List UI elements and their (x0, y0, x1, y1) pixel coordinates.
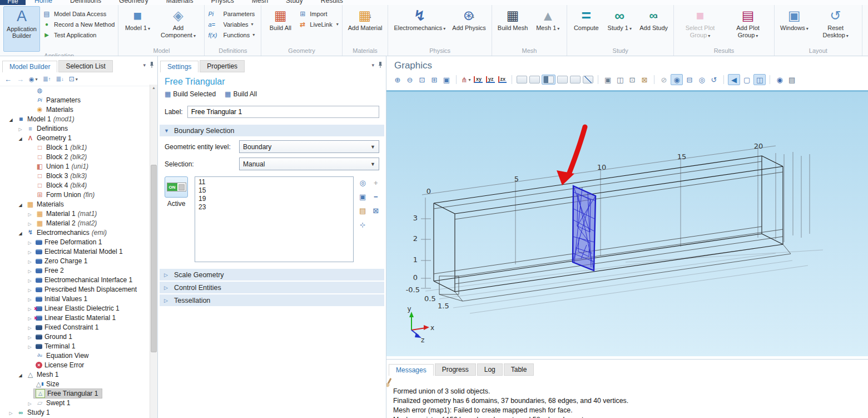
tree-item[interactable]: Fixed Constraint 1 (0, 322, 150, 332)
zoom-to-selection-icon[interactable] (360, 220, 365, 229)
tree-item[interactable]: Electromechanics (emi) (0, 228, 150, 237)
transparency-icon[interactable] (658, 75, 669, 85)
show-hidden-icon[interactable] (696, 75, 707, 85)
clear-selection-icon[interactable] (373, 206, 379, 215)
render-none-icon[interactable] (583, 76, 593, 83)
remove-selection-icon[interactable]: − (374, 193, 378, 201)
back-arrow-icon[interactable]: ← (4, 75, 12, 83)
tree-item[interactable]: Electromechanical Interface 1 (0, 275, 150, 284)
section-boundary-selection[interactable]: ▼ Boundary Selection (160, 125, 384, 136)
tree-expander-icon[interactable] (16, 125, 24, 132)
collapse-all-icon[interactable] (43, 75, 51, 83)
tree-expander-icon[interactable] (26, 399, 34, 407)
tree-expander-icon[interactable] (26, 333, 34, 341)
tree-item[interactable]: Linear Elastic Material 1 (0, 313, 150, 322)
ribbon-button[interactable]: Test Application (42, 29, 115, 40)
tree-expander-icon[interactable] (26, 248, 34, 255)
panel-menu-caret-icon[interactable] (371, 61, 374, 68)
tree-expander-icon[interactable] (16, 229, 24, 237)
tree-item[interactable]: Geometry 1 (0, 133, 150, 142)
pin-icon[interactable] (150, 62, 154, 68)
selection-entry[interactable]: 19 (199, 195, 350, 203)
select-frame-icon[interactable] (627, 75, 638, 85)
render-faces-icon[interactable] (570, 76, 581, 83)
snapshot-icon[interactable] (614, 75, 626, 85)
label-input[interactable] (187, 106, 379, 118)
build-mesh-button[interactable]: Build Mesh (495, 6, 530, 32)
tree-item[interactable]: Swept 1 (0, 398, 150, 407)
tree-item[interactable]: Material 2 (mat2) (0, 218, 150, 228)
section-tessellation[interactable]: ▷ Tessellation (160, 294, 384, 306)
tab-progress[interactable]: Progress (435, 363, 476, 376)
selection-listbox[interactable]: 11151923 (195, 176, 354, 262)
tree-item[interactable]: Material 1 (mat1) (0, 209, 150, 218)
clear-frame-icon[interactable] (639, 75, 650, 85)
scroll-up-icon[interactable]: ▲ (150, 85, 157, 91)
tree-item[interactable]: Materials (0, 105, 150, 114)
model-1-button[interactable]: Model 1 (122, 6, 153, 32)
zoom-box-icon[interactable] (416, 75, 428, 85)
tree-item[interactable]: Free Triangular 1 (0, 389, 150, 398)
tree-expander-icon[interactable] (26, 219, 34, 227)
tree-scrollbar[interactable]: ▲ (150, 85, 157, 418)
selection-select[interactable]: Manual ▼ (239, 158, 379, 170)
default-view-icon[interactable] (728, 74, 740, 85)
tree-item[interactable]: Block 2 (blk2) (0, 152, 150, 161)
create-selection-icon[interactable] (359, 179, 365, 187)
zoom-in-icon[interactable] (392, 75, 403, 85)
tab-file[interactable]: File (0, 0, 26, 5)
tree-item[interactable]: Block 4 (blk4) (0, 180, 150, 190)
ribbon-button[interactable]: Record a New Method (42, 19, 115, 29)
ribbon-tab[interactable]: Mesh (243, 0, 277, 1)
tree-expander-icon[interactable] (7, 409, 15, 416)
render-ghost-icon[interactable] (517, 76, 527, 83)
tree-item[interactable]: Initial Values 1 (0, 294, 150, 303)
tree-expander-icon[interactable] (16, 371, 24, 378)
geometric-entity-level-select[interactable]: Boundary ▼ (239, 140, 379, 153)
tree-item[interactable]: Equation View (0, 351, 150, 360)
tab-messages[interactable]: Messages (389, 364, 434, 376)
forward-arrow-icon[interactable]: → (17, 75, 24, 83)
tree-item[interactable] (0, 86, 150, 95)
tree-expander-icon[interactable] (26, 267, 34, 274)
add-plot-group-button[interactable]: Add Plot Group (725, 6, 771, 40)
add-component-button[interactable]: Add Component (155, 6, 201, 40)
ribbon-tab[interactable]: Definitions (61, 0, 110, 1)
tree-item[interactable]: Linear Elastic Dielectric 1 (0, 303, 150, 313)
windows-button[interactable]: Windows (778, 6, 811, 32)
tree-expander-icon[interactable] (26, 304, 34, 312)
tab-log[interactable]: Log (477, 363, 503, 376)
tree-item[interactable]: Electrical Material Model 1 (0, 247, 150, 256)
zoom-out-icon[interactable] (404, 75, 415, 85)
render-surface-icon[interactable] (543, 76, 554, 83)
tree-expander-icon[interactable] (26, 342, 34, 350)
copy-image-icon[interactable] (602, 75, 613, 85)
tab-table[interactable]: Table (504, 363, 534, 376)
paste-selection-icon[interactable] (359, 206, 366, 215)
tree-item[interactable]: Mesh 1 (0, 370, 150, 379)
copy-selection-icon[interactable] (359, 193, 366, 201)
ribbon-button[interactable]: f(x) Functions ▾ (208, 29, 257, 40)
view-unhidden-icon[interactable] (671, 74, 683, 85)
section-scale-geometry[interactable]: ▷ Scale Geometry (160, 269, 384, 281)
tree-item[interactable]: Ground 1 (0, 332, 150, 341)
tree-item[interactable]: Free Deformation 1 (0, 237, 150, 247)
render-edges-icon[interactable] (557, 76, 568, 83)
tree-item[interactable]: Form Union (fin) (0, 190, 150, 199)
tree-item[interactable]: Union 1 (uni1) (0, 161, 150, 171)
mesh-1-button[interactable]: Mesh 1 (532, 6, 563, 32)
build-all-button-settings[interactable]: Build All (225, 90, 257, 98)
print-icon[interactable] (786, 75, 797, 85)
tree-expander-icon[interactable] (26, 323, 34, 331)
zoom-selected-icon[interactable] (441, 75, 452, 85)
tree-item[interactable]: Terminal 1 (0, 341, 150, 351)
import-button[interactable]: Import (298, 8, 338, 19)
build-selected-button[interactable]: Build Selected (165, 90, 216, 98)
maximize-icon[interactable] (753, 74, 766, 85)
tab-model-builder[interactable]: Model Builder (2, 61, 57, 72)
section-control-entities[interactable]: ▷ Control Entities (160, 282, 384, 293)
compute-button[interactable]: Compute (571, 6, 602, 32)
application-builder-button[interactable]: A Application Builder (3, 6, 40, 52)
tab-settings[interactable]: Settings (160, 61, 199, 72)
tree-expander-icon[interactable] (26, 286, 34, 293)
